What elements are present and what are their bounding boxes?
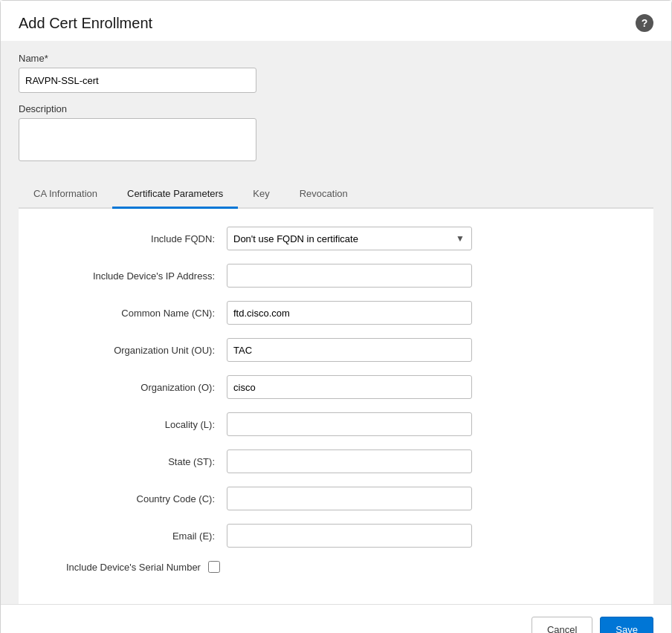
description-group: Description bbox=[19, 103, 653, 164]
serial-number-row: Include Device's Serial Number bbox=[48, 561, 624, 573]
name-group: Name* bbox=[19, 53, 653, 93]
country-code-input[interactable] bbox=[227, 487, 472, 510]
name-label: Name* bbox=[19, 53, 653, 64]
dialog-header: Add Cert Enrollment ? bbox=[1, 1, 671, 41]
description-label: Description bbox=[19, 103, 653, 114]
dialog-footer: Cancel Save bbox=[1, 604, 671, 633]
email-row: Email (E): bbox=[48, 524, 624, 548]
tab-content-certificate-parameters: Include FQDN: Don't use FQDN in certific… bbox=[19, 209, 653, 604]
include-fqdn-select[interactable]: Don't use FQDN in certificate Use device… bbox=[227, 227, 472, 250]
locality-row: Locality (L): bbox=[48, 412, 624, 436]
tab-ca-information[interactable]: CA Information bbox=[19, 181, 112, 209]
include-device-ip-row: Include Device's IP Address: bbox=[48, 264, 624, 288]
include-device-ip-label: Include Device's IP Address: bbox=[48, 270, 227, 282]
common-name-label: Common Name (CN): bbox=[48, 308, 227, 319]
organization-row: Organization (O): bbox=[48, 375, 624, 399]
serial-number-label: Include Device's Serial Number bbox=[66, 562, 201, 573]
country-code-label: Country Code (C): bbox=[48, 493, 227, 504]
help-icon[interactable]: ? bbox=[636, 14, 653, 32]
include-fqdn-select-wrapper: Don't use FQDN in certificate Use device… bbox=[227, 227, 472, 250]
include-device-ip-input[interactable] bbox=[227, 264, 472, 288]
country-code-row: Country Code (C): bbox=[48, 487, 624, 510]
email-label: Email (E): bbox=[48, 530, 227, 542]
common-name-input[interactable] bbox=[227, 301, 472, 325]
description-input[interactable] bbox=[19, 118, 256, 161]
email-input[interactable] bbox=[227, 524, 472, 548]
save-button[interactable]: Save bbox=[600, 617, 653, 633]
cancel-button[interactable]: Cancel bbox=[532, 617, 592, 633]
add-cert-enrollment-dialog: Add Cert Enrollment ? Name* Description … bbox=[0, 0, 672, 633]
include-fqdn-label: Include FQDN: bbox=[48, 233, 227, 244]
name-input[interactable] bbox=[19, 68, 256, 93]
state-label: State (ST): bbox=[48, 456, 227, 467]
tab-bar: CA Information Certificate Parameters Ke… bbox=[19, 181, 653, 209]
common-name-row: Common Name (CN): bbox=[48, 301, 624, 325]
serial-number-checkbox[interactable] bbox=[208, 561, 220, 573]
dialog-title: Add Cert Enrollment bbox=[19, 15, 152, 32]
tab-key[interactable]: Key bbox=[238, 181, 284, 209]
state-row: State (ST): bbox=[48, 449, 624, 473]
organization-unit-input[interactable] bbox=[227, 338, 472, 362]
state-input[interactable] bbox=[227, 449, 472, 473]
locality-label: Locality (L): bbox=[48, 419, 227, 430]
dialog-body: Name* Description CA Information Certifi… bbox=[1, 41, 671, 604]
organization-unit-row: Organization Unit (OU): bbox=[48, 338, 624, 362]
tab-certificate-parameters[interactable]: Certificate Parameters bbox=[112, 181, 238, 209]
locality-input[interactable] bbox=[227, 412, 472, 436]
organization-label: Organization (O): bbox=[48, 382, 227, 393]
organization-unit-label: Organization Unit (OU): bbox=[48, 345, 227, 356]
include-fqdn-row: Include FQDN: Don't use FQDN in certific… bbox=[48, 227, 624, 250]
tab-revocation[interactable]: Revocation bbox=[285, 181, 363, 209]
organization-input[interactable] bbox=[227, 375, 472, 399]
